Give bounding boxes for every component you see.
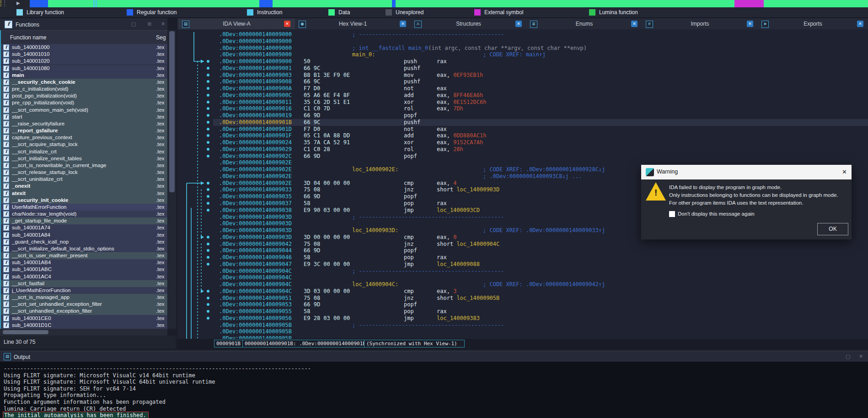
- tab-close-icon[interactable]: ✕: [857, 21, 863, 27]
- function-row[interactable]: f__report_gsfailure.tex: [0, 127, 167, 134]
- tab-hex-view-1[interactable]: ◉Hex View-1✕: [295, 18, 411, 29]
- function-row[interactable]: fsub_140001AB4.tex: [0, 259, 167, 266]
- disasm-line[interactable]: .0Dev:000000014000901B66 9Cpushf: [213, 119, 868, 126]
- navband-arrow-icon[interactable]: ▶: [16, 0, 20, 5]
- functions-vertical-scrollbar[interactable]: [168, 30, 176, 329]
- function-row[interactable]: fsub_140001D1C.tex: [0, 322, 167, 329]
- disasm-line[interactable]: .0Dev:000000014000905558poprax: [213, 308, 868, 315]
- function-row[interactable]: fpre_c_initialization(void).tex: [0, 86, 167, 92]
- disasm-line[interactable]: .0Dev:000000014000904C: [213, 274, 868, 281]
- disasm-line[interactable]: .0Dev:000000014000900866 9Cpushf: [213, 78, 868, 85]
- disasm-line[interactable]: .0Dev:0000000140009000; ----------------…: [213, 31, 868, 38]
- ok-button[interactable]: OK: [817, 223, 848, 235]
- disasm-line[interactable]: .0Dev:000000014000901135 C6 2D 51 E1xore…: [213, 99, 868, 106]
- function-row[interactable]: f__scrt_set_unhandled_exception_filter.t…: [0, 301, 167, 308]
- disasm-line[interactable]: .0Dev:000000014000902C66 9Dpopf: [213, 153, 868, 160]
- disasm-line[interactable]: .0Dev:000000014000904C3D 03 00 00 00cmpe…: [213, 288, 868, 295]
- function-row[interactable]: f__scrt_is_user_matherr_present.tex: [0, 252, 167, 259]
- function-row[interactable]: f__scrt_uninitialize_crt.tex: [0, 176, 167, 183]
- functions-horizontal-scrollbar[interactable]: [0, 329, 167, 336]
- function-row[interactable]: fsub_140001010.tex: [0, 51, 167, 58]
- function-row[interactable]: fUserMathErrorFunction.tex: [0, 204, 167, 211]
- function-row[interactable]: f_get_startup_file_mode.tex: [0, 217, 167, 224]
- disasm-line[interactable]: .0Dev:000000014000900C05 A6 6E F4 8Fadde…: [213, 92, 868, 99]
- disasm-line[interactable]: .0Dev:0000000140009000; int __fastcall m…: [213, 45, 868, 52]
- tab-close-icon[interactable]: ✕: [515, 21, 522, 27]
- disasm-line[interactable]: .0Dev:000000014000904275 08jnzshort loc_…: [213, 241, 868, 248]
- function-row[interactable]: f__scrt_release_startup_lock.tex: [0, 169, 167, 176]
- function-row[interactable]: f__scrt_unhandled_exception_filter.tex: [0, 308, 167, 315]
- close-icon[interactable]: ✕: [161, 21, 165, 27]
- function-row[interactable]: fsub_140001CE0.tex: [0, 315, 167, 322]
- functions-column-header[interactable]: Function name Seg: [0, 30, 167, 45]
- navband-segment[interactable]: [392, 0, 396, 7]
- tab-structures[interactable]: AStructures✕: [411, 18, 526, 29]
- disasm-line[interactable]: .0Dev:000000014000905B; ----------------…: [213, 322, 868, 329]
- function-row[interactable]: fsub_140001AC4.tex: [0, 273, 167, 280]
- maximize-icon[interactable]: ▢: [846, 353, 850, 359]
- function-row[interactable]: f__security_check_cookie.tex: [0, 79, 167, 86]
- tab-close-icon[interactable]: ✕: [284, 21, 290, 27]
- disasm-line[interactable]: .0Dev:0000000140009003B8 B1 3E F9 0Emove…: [213, 72, 868, 79]
- navband-segment[interactable]: [30, 0, 48, 7]
- function-row[interactable]: fsub_140001020.tex: [0, 58, 167, 65]
- function-row[interactable]: fmain.tex: [0, 72, 167, 79]
- disasm-line[interactable]: .0Dev:000000014000901966 9Dpopf: [213, 112, 868, 119]
- function-row[interactable]: f__security_init_cookie.tex: [0, 197, 167, 204]
- navigation-band[interactable]: [0, 0, 868, 7]
- disasm-line[interactable]: .0Dev:000000014000901F05 C1 0A 88 DDadde…: [213, 132, 868, 139]
- disasm-line[interactable]: .0Dev:000000014000904658poprax: [213, 254, 868, 261]
- function-row[interactable]: f_guard_check_icall_nop.tex: [0, 239, 167, 245]
- navband-segment[interactable]: [48, 0, 93, 7]
- output-log[interactable]: ----------------------------------------…: [0, 362, 868, 418]
- function-row[interactable]: fcharNode::raw_length(void).tex: [0, 211, 167, 217]
- tab-imports[interactable]: #Imports✕: [642, 18, 758, 29]
- disasm-line[interactable]: .0Dev:000000014000904466 9Dpopf: [213, 247, 868, 254]
- disasm-line[interactable]: .0Dev:000000014000900AF7 D0noteax: [213, 85, 868, 92]
- function-row[interactable]: fpost_pgo_initialization(void).tex: [0, 92, 167, 99]
- navband-segment[interactable]: [273, 0, 392, 7]
- function-row[interactable]: fsub_140001A74.tex: [0, 224, 167, 231]
- tab-exports[interactable]: ➤Exports✕: [758, 18, 868, 29]
- dialog-titlebar[interactable]: Warning ✕: [641, 165, 852, 179]
- disasm-line[interactable]: .0Dev:0000000140009016C1 C0 7Droleax, 7D…: [213, 105, 868, 112]
- disasm-line[interactable]: .0Dev:000000014000900050pushrax: [213, 58, 868, 65]
- function-row[interactable]: fj_UserMathErrorFunction.tex: [0, 287, 167, 294]
- function-row[interactable]: f__raise_securityfailure.tex: [0, 120, 167, 127]
- column-seg[interactable]: Seg: [156, 34, 166, 41]
- disasm-line[interactable]: .0Dev:000000014000902435 7A CA 52 91xore…: [213, 139, 868, 146]
- function-row[interactable]: fsub_140001A84.tex: [0, 232, 167, 239]
- navband-segment[interactable]: [734, 0, 764, 7]
- disasm-line[interactable]: .0Dev:000000014000904Cloc_14000904C:; CO…: [213, 281, 868, 288]
- disasm-line[interactable]: .0Dev:0000000140009029C1 C0 28roleax, 28…: [213, 146, 868, 153]
- function-row[interactable]: fstart.tex: [0, 114, 167, 120]
- function-row[interactable]: f__scrt_common_main_seh(void).tex: [0, 107, 167, 114]
- function-row[interactable]: fpre_cpp_initialization(void).tex: [0, 99, 167, 106]
- disasm-line[interactable]: .0Dev:000000014000905B: [213, 335, 868, 339]
- disasm-line[interactable]: .0Dev:000000014000900166 9Cpushf: [213, 65, 868, 72]
- function-row[interactable]: f_onexit.tex: [0, 183, 167, 190]
- float-icon[interactable]: ⧉: [148, 21, 151, 27]
- disasm-line[interactable]: .0Dev:000000014000901DF7 D0noteax: [213, 126, 868, 133]
- tab-enums[interactable]: ≣Enums✕: [526, 18, 642, 29]
- disasm-line[interactable]: .0Dev:000000014000905B: [213, 328, 868, 335]
- function-row[interactable]: f__scrt_initialize_crt.tex: [0, 148, 167, 155]
- function-row[interactable]: fsub_140001080.tex: [0, 65, 167, 72]
- navband-segment[interactable]: [97, 0, 259, 7]
- dont-display-again-checkbox[interactable]: [669, 211, 675, 217]
- navband-segment[interactable]: [764, 0, 868, 7]
- close-icon[interactable]: ✕: [859, 353, 863, 359]
- navband-segment[interactable]: [259, 0, 273, 7]
- disasm-line[interactable]: .0Dev:0000000140009000: [213, 38, 868, 45]
- function-row[interactable]: fatexit.tex: [0, 190, 167, 197]
- column-function-name[interactable]: Function name: [10, 34, 46, 41]
- function-row[interactable]: f__scrt_acquire_startup_lock.tex: [0, 141, 167, 148]
- maximize-icon[interactable]: ▢: [131, 21, 136, 27]
- function-row[interactable]: f__scrt_is_nonwritable_in_current_image.…: [0, 162, 167, 169]
- disasm-line[interactable]: .0Dev:000000014000904C; ----------------…: [213, 268, 868, 275]
- function-row[interactable]: fcapture_previous_context.tex: [0, 134, 167, 141]
- function-row[interactable]: f__scrt_initialize_onexit_tables.tex: [0, 155, 167, 162]
- scrollbar-thumb[interactable]: [3, 330, 48, 334]
- navband-segment[interactable]: [396, 0, 734, 7]
- disasm-line[interactable]: .0Dev:000000014000905366 9Dpopf: [213, 301, 868, 308]
